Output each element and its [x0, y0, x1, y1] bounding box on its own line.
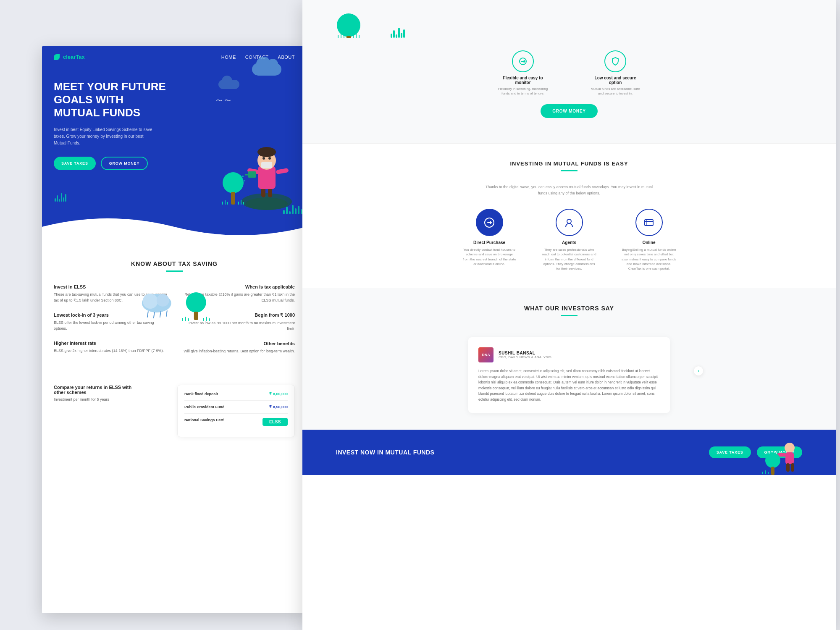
partial-trees	[336, 8, 802, 42]
agents-icon	[556, 209, 583, 236]
svg-point-59	[765, 453, 780, 468]
method-direct-title: Direct Purchase	[462, 240, 517, 245]
grow-money-btn-right[interactable]: GROW MONEY	[541, 104, 598, 118]
compare-label-1: Bank fixed deposit	[184, 392, 218, 396]
logo-icon	[54, 54, 60, 60]
author-name: SUSHIL BANSAL	[499, 351, 551, 355]
investing-section: INVESTING IN MUTUAL FUNDS IS EASY Thanks…	[302, 144, 836, 288]
tax-section: KNOW ABOUT TAX SAVING Invest in ELSS The…	[42, 244, 307, 376]
tax-item-6: Other benefits Will give inflation-beati…	[181, 341, 295, 354]
section-underline	[166, 270, 183, 272]
compare-subtitle: Investment per month for 5 years	[54, 397, 135, 402]
hero-wave	[42, 210, 307, 244]
method-online-desc: Buying/Selling a mutual funds online not…	[622, 247, 676, 271]
logo-text: clearTax	[63, 54, 85, 60]
tree-svg-2	[179, 291, 213, 322]
feature-icons-row: Flexible and easy to monitor Flexibility…	[336, 42, 802, 104]
compare-section: Compare your returns in ELSS with other …	[42, 376, 307, 446]
graph-bars-left	[55, 193, 66, 202]
testimonials-title: WHAT OUR INVESTORS SAY	[328, 305, 811, 312]
investing-underline	[561, 170, 578, 171]
tax-section-title: KNOW ABOUT TAX SAVING	[54, 260, 295, 267]
hero-subtitle: Invest in best Equity Linked Savings Sch…	[54, 126, 155, 147]
feature-item-flexible: Flexible and easy to monitor Flexibility…	[498, 50, 548, 96]
page-right: Flexible and easy to monitor Flexibility…	[302, 0, 836, 630]
tax-item-3-title: Higher interest rate	[54, 341, 168, 346]
right-top-partial: Flexible and easy to monitor Flexibility…	[302, 0, 836, 143]
grow-money-button[interactable]: GROW MONEY	[101, 157, 148, 170]
svg-point-17	[223, 172, 244, 193]
hero-section: clearTax HOME CONTACT ABOUT 〜 〜 MEET YOU…	[42, 46, 307, 244]
cta-illustration	[760, 437, 802, 475]
tax-item-3-desc: ELSS give 2x higher interest rates (14-1…	[54, 348, 168, 354]
svg-rect-51	[645, 220, 653, 226]
right-graph-bars	[391, 28, 405, 38]
compare-text: Compare your returns in ELSS with other …	[54, 385, 135, 407]
tax-item-6-desc: Will give inflation-beating returns. Bes…	[181, 349, 295, 354]
compare-row-3: National Savings Certi ELSS	[184, 418, 288, 430]
nav-about[interactable]: ABOUT	[278, 55, 295, 60]
cta-save-taxes-button[interactable]: SAVE TAXES	[709, 446, 751, 458]
secure-icon	[604, 50, 626, 72]
svg-rect-58	[791, 463, 794, 472]
cta-content: INVEST NOW IN MUTUAL FUNDS	[336, 449, 434, 456]
flexible-icon	[512, 50, 534, 72]
method-direct-desc: You directly contact fund houses to sche…	[462, 247, 517, 266]
compare-title: Compare your returns in ELSS with other …	[54, 385, 135, 395]
compare-row-1: Bank fixed deposit ₹ 8,00,000	[184, 392, 288, 401]
secure-desc: Mutual funds are affordable, safe and se…	[590, 87, 640, 96]
svg-rect-33	[194, 312, 198, 320]
logo: clearTax	[54, 54, 85, 60]
compare-card: Bank fixed deposit ₹ 8,00,000 Public Pro…	[177, 385, 295, 437]
cta-title: INVEST NOW IN MUTUAL FUNDS	[336, 449, 434, 456]
svg-line-28	[147, 312, 148, 317]
investment-methods: Direct Purchase You directly contact fun…	[336, 209, 802, 271]
svg-point-27	[157, 294, 169, 307]
cta-title-text: INVEST NOW IN MUTUAL FUNDS	[336, 449, 434, 456]
page-left: clearTax HOME CONTACT ABOUT 〜 〜 MEET YOU…	[42, 46, 307, 613]
flexible-title: Flexible and easy to monitor	[498, 76, 548, 85]
svg-rect-57	[786, 463, 790, 472]
tax-center-illustration	[136, 289, 213, 324]
compare-row-2: Public Provident Fund ₹ 8,50,000	[184, 405, 288, 414]
compare-label-3: National Savings Certi	[184, 418, 225, 426]
testimonial-next-arrow[interactable]: ›	[693, 366, 704, 376]
author-logo: DNA	[478, 347, 494, 362]
nav-home[interactable]: HOME	[221, 55, 236, 60]
svg-rect-18	[231, 192, 235, 205]
author-info: SUSHIL BANSAL CEO, DAILY NEWS & ANALYSIS	[499, 351, 551, 359]
bottom-cta: INVEST NOW IN MUTUAL FUNDS SAVE TAXES GR…	[302, 430, 836, 475]
method-agents: Agents They are sales professionals who …	[542, 209, 596, 271]
elss-badge: ELSS	[262, 418, 288, 426]
tree-illustration	[218, 170, 248, 208]
feature-item-secure: Low cost and secure option Mutual funds …	[590, 50, 640, 96]
svg-rect-12	[248, 171, 256, 178]
svg-point-32	[186, 292, 206, 312]
hero-title: MEET YOUR FUTURE GOALS WITH MUTUAL FUNDS	[54, 80, 171, 120]
compare-value-2: ₹ 8,50,000	[269, 405, 288, 409]
grow-money-container: GROW MONEY	[336, 104, 802, 143]
direct-icon	[476, 209, 503, 236]
svg-point-50	[567, 219, 571, 223]
investing-desc: Thanks to the digital wave, you can easi…	[485, 184, 653, 196]
cloud-svg	[136, 289, 178, 322]
svg-rect-60	[771, 467, 774, 475]
svg-point-26	[143, 294, 158, 309]
testimonial-text: Lorem ipsum dolor sit amet, consectetur …	[478, 368, 660, 403]
svg-rect-55	[785, 452, 794, 464]
method-online: Online Buying/Selling a mutual funds onl…	[622, 209, 676, 271]
testimonials-section: WHAT OUR INVESTORS SAY DNA SUSHIL BANSAL…	[302, 288, 836, 430]
save-taxes-button[interactable]: SAVE TAXES	[54, 157, 96, 170]
testimonials-underline	[561, 315, 578, 316]
hero-buttons: SAVE TAXES GROW MONEY	[54, 157, 295, 170]
svg-line-31	[166, 311, 167, 316]
compare-value-1: ₹ 8,00,000	[269, 392, 288, 396]
tax-item-6-title: Other benefits	[181, 341, 295, 346]
investing-title: INVESTING IN MUTUAL FUNDS IS EASY	[336, 160, 802, 167]
testimonial-card: DNA SUSHIL BANSAL CEO, DAILY NEWS & ANAL…	[468, 337, 670, 413]
flexible-desc: Flexibility in switching, monitoring fun…	[498, 87, 548, 96]
hero-content: MEET YOUR FUTURE GOALS WITH MUTUAL FUNDS…	[42, 68, 307, 170]
testimonial-wrapper: DNA SUSHIL BANSAL CEO, DAILY NEWS & ANAL…	[443, 329, 695, 413]
method-agents-title: Agents	[542, 240, 596, 245]
testimonial-author: DNA SUSHIL BANSAL CEO, DAILY NEWS & ANAL…	[478, 347, 660, 362]
